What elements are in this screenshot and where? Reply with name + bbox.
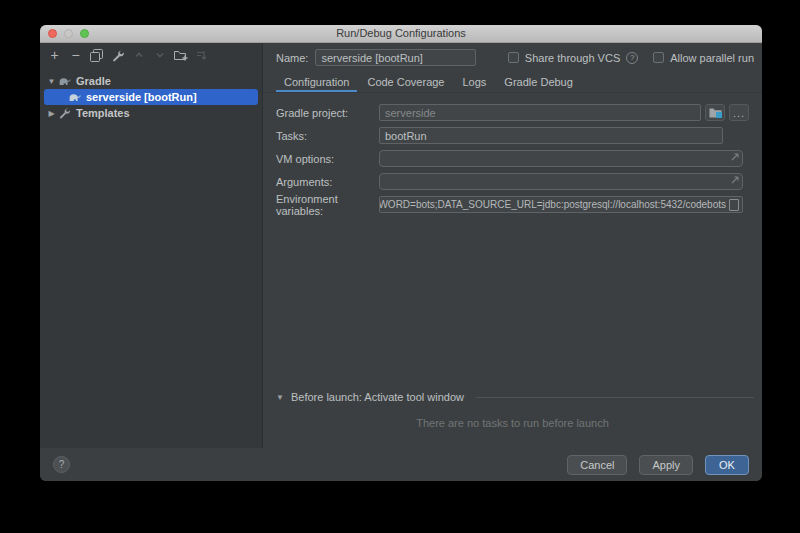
copy-configuration-button[interactable] [86,46,107,64]
new-folder-icon [174,49,188,62]
new-folder-button[interactable] [170,46,191,64]
chevron-down-icon [155,50,165,60]
ok-button[interactable]: OK [705,455,749,475]
name-label: Name: [276,52,308,64]
minimize-window-button[interactable] [64,29,73,38]
chevron-up-icon [134,50,144,60]
wrench-icon [58,107,72,120]
gradle-project-row: Gradle project: ... [276,104,749,121]
add-configuration-button[interactable]: + [44,46,65,64]
tree-item-label: serverside [bootRun] [86,91,197,103]
minus-icon: − [71,48,79,62]
vm-options-input[interactable] [379,150,743,167]
expander-right-icon[interactable]: ▶ [47,109,56,118]
tree-item-label: Templates [76,107,130,119]
expander-down-icon[interactable]: ▼ [276,393,284,402]
allow-parallel-run-label: Allow parallel run [670,52,754,64]
run-debug-configurations-dialog: Run/Debug Configurations + − [40,25,762,481]
share-through-vcs-checkbox[interactable] [508,52,519,63]
name-row: Name: Share through VCS ? Allow parallel… [276,49,754,66]
edit-defaults-button[interactable] [107,46,128,64]
vm-options-row: VM options: [276,150,743,167]
zoom-window-button[interactable] [80,29,89,38]
copy-icon [90,49,103,62]
vm-options-label: VM options: [276,153,379,165]
help-button[interactable]: ? [53,456,70,473]
tab-code-coverage[interactable]: Code Coverage [359,74,452,92]
configuration-editor-panel: Name: Share through VCS ? Allow parallel… [263,43,762,448]
browse-env-vars-icon[interactable] [729,199,739,211]
before-launch-section: ▼ Before launch: Activate tool window [276,391,754,403]
environment-variables-input[interactable]: PASSWORD=bots;DATA_SOURCE_URL=jdbc:postg… [379,196,743,213]
move-down-button[interactable] [149,46,170,64]
tab-logs[interactable]: Logs [455,74,495,92]
arguments-row: Arguments: [276,173,743,190]
name-input[interactable] [315,49,475,66]
dialog-footer: ? Cancel Apply OK [40,448,762,481]
environment-variables-value: PASSWORD=bots;DATA_SOURCE_URL=jdbc:postg… [379,199,726,210]
gradle-project-label: Gradle project: [276,107,379,119]
tasks-input[interactable] [379,127,723,144]
remove-configuration-button[interactable]: − [65,46,86,64]
apply-button[interactable]: Apply [639,455,693,475]
section-divider [476,397,754,398]
window-title: Run/Debug Configurations [40,25,762,42]
tab-gradle-debug[interactable]: Gradle Debug [496,74,581,92]
plus-icon: + [50,48,58,62]
expand-field-icon[interactable] [731,153,739,161]
sort-icon [196,50,207,61]
arguments-input[interactable] [379,173,743,190]
tree-toolbar: + − [44,46,212,64]
more-options-button[interactable]: ... [729,104,749,121]
gradle-project-input[interactable] [379,104,701,121]
environment-variables-label: Environment variables: [276,193,379,217]
environment-variables-row: Environment variables: PASSWORD=bots;DAT… [276,196,743,213]
tree-item-serverside-bootrun[interactable]: serverside [bootRun] [44,89,258,105]
window-controls [48,29,89,38]
arguments-label: Arguments: [276,176,379,188]
gradle-icon [68,91,82,104]
sort-configurations-button[interactable] [191,46,212,64]
tree-item-label: Gradle [76,75,111,87]
gradle-icon [58,75,72,88]
folder-project-icon [709,107,722,118]
title-bar[interactable]: Run/Debug Configurations [40,25,762,43]
close-window-button[interactable] [48,29,57,38]
ellipsis-icon: ... [733,109,745,117]
vcs-help-icon[interactable]: ? [626,52,638,64]
before-launch-title: Before launch: Activate tool window [291,391,464,403]
expand-field-icon[interactable] [731,176,739,184]
allow-parallel-run-checkbox[interactable] [653,52,664,63]
tasks-label: Tasks: [276,130,379,142]
tree-item-gradle[interactable]: ▼ Gradle [40,73,262,89]
tab-configuration[interactable]: Configuration [276,74,357,92]
configurations-tree-panel: + − [40,43,263,448]
expander-down-icon[interactable]: ▼ [47,77,56,86]
move-up-button[interactable] [128,46,149,64]
wrench-icon [111,49,124,62]
browse-gradle-project-button[interactable] [705,104,725,121]
cancel-button[interactable]: Cancel [567,455,627,475]
share-through-vcs-label: Share through VCS [525,52,620,64]
tree-item-templates[interactable]: ▶ Templates [40,105,262,121]
configurations-tree: ▼ Gradle serverside [bootRun] ▶ Template… [40,73,262,121]
configuration-tabs: Configuration Code Coverage Logs Gradle … [263,74,762,93]
before-launch-empty-message: There are no tasks to run before launch [263,417,762,429]
tasks-row: Tasks: [276,127,723,144]
